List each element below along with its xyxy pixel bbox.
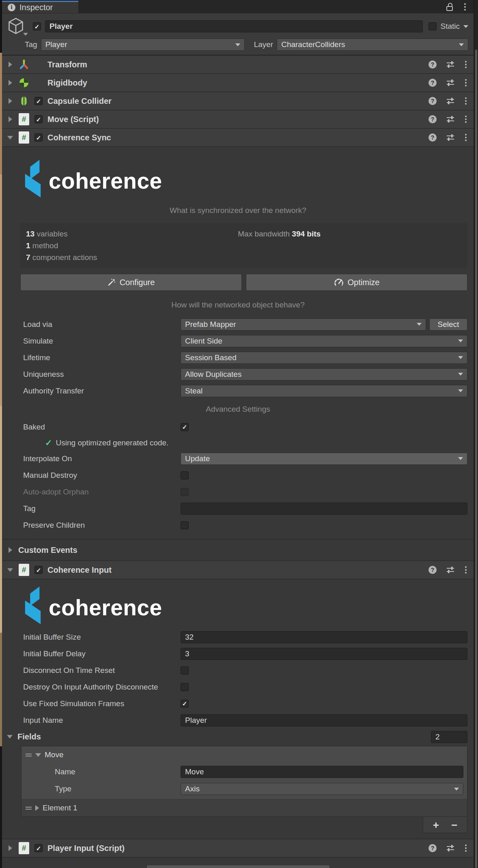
help-icon[interactable]: ?: [428, 97, 437, 105]
component-enabled-checkbox[interactable]: ✓: [34, 133, 43, 142]
help-icon[interactable]: ?: [428, 79, 437, 87]
help-icon[interactable]: ?: [428, 566, 437, 574]
presets-icon[interactable]: [446, 134, 454, 141]
component-menu-kebab-icon[interactable]: [464, 78, 467, 87]
add-component-button[interactable]: Add Component: [146, 865, 330, 868]
authority-transfer-value: Steal: [185, 387, 202, 395]
lifetime-dropdown[interactable]: Session Based: [181, 352, 467, 364]
field-element-1[interactable]: Element 1: [22, 799, 467, 816]
manual-destroy-checkbox[interactable]: [181, 471, 189, 479]
use-fixed-simulation-frames-checkbox[interactable]: ✓: [181, 700, 189, 708]
presets-icon[interactable]: [446, 97, 454, 105]
foldout-arrow-icon[interactable]: [9, 80, 12, 86]
initial-buffer-delay-value: 3: [185, 649, 189, 658]
select-button[interactable]: Select: [429, 318, 467, 331]
method-count: 1: [26, 241, 30, 250]
foldout-arrow-icon[interactable]: [7, 136, 13, 140]
component-header-player-input[interactable]: # ✓ Player Input (Script) ?: [2, 839, 474, 857]
authority-transfer-label: Authority Transfer: [2, 387, 181, 395]
help-icon[interactable]: ?: [428, 115, 437, 123]
help-icon[interactable]: ?: [428, 60, 437, 69]
help-icon[interactable]: ?: [428, 133, 437, 142]
component-enabled-checkbox[interactable]: ✓: [34, 844, 43, 852]
component-header-transform[interactable]: Transform ?: [2, 55, 474, 73]
optimize-button[interactable]: Optimize: [246, 274, 467, 291]
scrollbar-thumb[interactable]: [475, 49, 477, 868]
input-name-label: Input Name: [2, 716, 181, 725]
static-dropdown-caret[interactable]: [463, 25, 468, 28]
component-header-coherence-input[interactable]: # ✓ Coherence Input ?: [2, 561, 474, 579]
presets-icon[interactable]: [446, 566, 454, 574]
authority-transfer-dropdown[interactable]: Steal: [181, 385, 467, 397]
initial-buffer-size-input[interactable]: 32: [181, 631, 467, 643]
foldout-arrow-icon[interactable]: [35, 805, 39, 811]
foldout-arrow-icon[interactable]: [35, 753, 41, 757]
foldout-arrow-icon[interactable]: [9, 547, 12, 553]
foldout-arrow-icon[interactable]: [7, 735, 13, 739]
foldout-arrow-icon[interactable]: [7, 568, 13, 572]
preserve-children-checkbox[interactable]: [181, 521, 189, 529]
component-header-capsule-collider[interactable]: ✓ Capsule Collider ?: [2, 92, 474, 110]
presets-icon[interactable]: [446, 844, 454, 852]
component-enabled-checkbox[interactable]: ✓: [34, 566, 43, 574]
add-element-button[interactable]: +: [433, 820, 439, 830]
presets-icon[interactable]: [446, 116, 454, 123]
foldout-arrow-icon[interactable]: [9, 98, 12, 104]
component-menu-kebab-icon[interactable]: [464, 133, 467, 142]
chevron-down-icon: [458, 389, 463, 392]
fields-foldout[interactable]: Fields 2: [2, 728, 474, 745]
baked-checkbox[interactable]: ✓: [181, 423, 189, 431]
load-via-dropdown[interactable]: Prefab Mapper: [181, 318, 426, 331]
field-name-input[interactable]: Move: [181, 766, 463, 778]
component-header-move-script[interactable]: # ✓ Move (Script) ?: [2, 110, 474, 128]
tab-inspector[interactable]: i Inspector: [2, 1, 78, 13]
component-title: Coherence Sync: [47, 133, 111, 142]
drag-handle-icon[interactable]: [26, 807, 32, 810]
input-name-input[interactable]: Player: [181, 714, 467, 726]
component-menu-kebab-icon[interactable]: [464, 565, 467, 574]
gameobject-name-input[interactable]: Player: [45, 20, 423, 32]
component-menu-kebab-icon[interactable]: [464, 115, 467, 124]
uniqueness-dropdown[interactable]: Allow Duplicates: [181, 368, 467, 380]
tag-dropdown[interactable]: Player: [41, 39, 245, 51]
chevron-down-icon: [458, 339, 463, 342]
interpolate-on-dropdown[interactable]: Update: [181, 453, 467, 465]
custom-events-foldout[interactable]: Custom Events: [2, 539, 474, 561]
sync-tag-label: Tag: [2, 504, 181, 513]
input-name-value: Player: [185, 716, 207, 725]
disconnect-on-time-reset-checkbox[interactable]: [181, 666, 189, 675]
unlock-icon[interactable]: [446, 2, 454, 11]
disconnect-on-time-reset-label: Disconnect On Time Reset: [2, 666, 181, 675]
sync-tag-input[interactable]: [181, 503, 467, 515]
component-menu-kebab-icon[interactable]: [464, 60, 467, 69]
component-header-coherence-sync[interactable]: # ✓ Coherence Sync ?: [2, 128, 474, 146]
destroy-on-input-authority-checkbox[interactable]: [181, 683, 189, 691]
configure-button[interactable]: Configure: [20, 274, 242, 291]
remove-element-button[interactable]: −: [451, 820, 457, 830]
drag-handle-icon[interactable]: [26, 754, 32, 756]
component-menu-kebab-icon[interactable]: [464, 97, 467, 105]
component-title: Capsule Collider: [47, 97, 112, 106]
gameobject-icon[interactable]: [7, 17, 29, 36]
initial-buffer-delay-input[interactable]: 3: [181, 648, 467, 660]
component-header-rigidbody[interactable]: Rigidbody ?: [2, 73, 474, 92]
presets-icon[interactable]: [446, 61, 454, 68]
presets-icon[interactable]: [446, 79, 454, 86]
active-checkbox[interactable]: ✓: [33, 22, 41, 30]
fields-count-input[interactable]: 2: [431, 731, 467, 743]
simulate-dropdown[interactable]: Client Side: [181, 335, 467, 347]
component-enabled-checkbox[interactable]: ✓: [34, 115, 43, 123]
field-type-dropdown[interactable]: Axis: [181, 783, 463, 795]
static-checkbox[interactable]: [428, 22, 437, 30]
window-menu-kebab-icon[interactable]: [463, 2, 467, 11]
list-add-remove-box: + −: [423, 817, 467, 833]
help-icon[interactable]: ?: [428, 844, 437, 852]
use-fixed-simulation-frames-label: Use Fixed Simulation Frames: [2, 699, 181, 708]
field-element-move[interactable]: Move: [22, 746, 467, 763]
foldout-arrow-icon[interactable]: [9, 62, 12, 67]
component-menu-kebab-icon[interactable]: [464, 844, 467, 853]
component-enabled-checkbox[interactable]: ✓: [34, 97, 43, 105]
foldout-arrow-icon[interactable]: [9, 845, 12, 851]
foldout-arrow-icon[interactable]: [9, 116, 12, 122]
layer-dropdown[interactable]: CharacterColliders: [277, 39, 468, 51]
